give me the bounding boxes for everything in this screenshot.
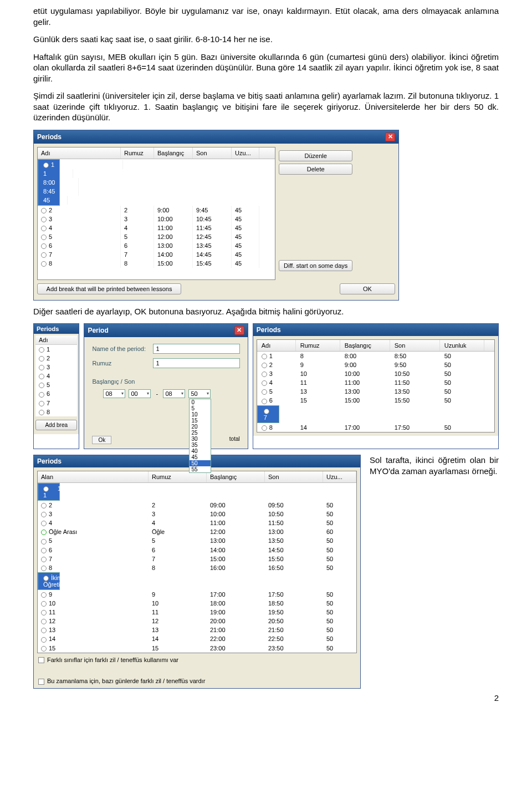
ok-label: Ok	[92, 436, 111, 444]
periods-narrow-list: Periods Adı 12345678 Add brea	[33, 323, 79, 449]
col-son: Son	[193, 147, 232, 159]
table-row[interactable]: 6613:0013:4545	[38, 241, 275, 250]
col-rumuz: Rumuz	[121, 147, 154, 159]
label-rumuz: Rumuz	[92, 360, 153, 367]
paragraph-1: etüt uygulaması yapılabiliyor. Böyle bir…	[33, 6, 499, 27]
table-row[interactable]: 81417:0017:5050	[257, 423, 494, 432]
col-baslangic: Başlangıç	[207, 471, 265, 482]
dropdown-option[interactable]: 50	[190, 460, 211, 466]
addbreak-button[interactable]: Add break that will be printed between l…	[37, 283, 181, 294]
list-item[interactable]: 1	[35, 345, 77, 354]
table-row[interactable]: 229:009:4545	[38, 206, 275, 215]
close-icon[interactable]: ✕	[385, 133, 395, 141]
ok-button[interactable]: OK	[340, 283, 395, 294]
table-row[interactable]: 7715:0015:5050	[38, 554, 356, 563]
chevron-down-icon: ▾	[121, 391, 124, 396]
table-row[interactable]: 188:008:5050	[257, 352, 494, 360]
col-rumuz: Rumuz	[296, 340, 340, 351]
table-row[interactable]: 5512:0012:4545	[38, 232, 275, 241]
end-min-select[interactable]: 50▾ 0510152025303540455055	[188, 389, 211, 398]
minute-dropdown[interactable]: 0510152025303540455055	[189, 399, 211, 473]
table-row[interactable]: 61515:0015:5050	[257, 396, 494, 405]
checkbox-icon[interactable]	[38, 679, 44, 685]
delete-button[interactable]: Delete	[279, 164, 352, 175]
close-icon[interactable]: ✕	[234, 326, 244, 335]
table-row[interactable]: 1108:0008:5050	[38, 483, 60, 501]
col-adi: Adı	[38, 147, 121, 159]
titlebar[interactable]: Period ✕	[84, 324, 247, 337]
dropdown-option[interactable]: 55	[190, 466, 211, 472]
table-row[interactable]: 121220:0020:5050	[38, 617, 356, 625]
col-son: Son	[390, 340, 440, 351]
table-row[interactable]: 131321:0021:5050	[38, 625, 356, 634]
paragraph-3: Haftalık gün sayısı, MEB okulları için 5…	[33, 52, 499, 84]
table-row[interactable]: 118:008:4545	[38, 159, 60, 206]
diffstart-button[interactable]: Diff. start on some days	[279, 260, 352, 271]
col-baslangic: Başlangıç	[340, 340, 390, 351]
periods-dialog-1: Periods ✕ Adı Rumuz Başlangıç Son Uzu...…	[33, 130, 399, 301]
table-row[interactable]: 31010:0010:5050	[257, 369, 494, 378]
dropdown-option[interactable]: 35	[190, 442, 211, 448]
paragraph-4: Şimdi zil saatlerini (üniversiteler için…	[33, 90, 499, 123]
col-baslangic: Başlangıç	[154, 147, 193, 159]
checkbox-row-1[interactable]: Farklı sınıflar için farklı zil / teneff…	[34, 653, 360, 667]
list-item[interactable]: 6	[35, 389, 77, 398]
dropdown-option[interactable]: 25	[190, 430, 211, 436]
dialog-title: Periods	[37, 325, 59, 332]
period-edit-dialog: Period ✕ Name of the period: 1 Rumuz 1 B…	[84, 323, 248, 449]
start-hour-select[interactable]: 08▾	[103, 389, 125, 398]
table-row[interactable]: 6614:0014:5050	[38, 546, 356, 554]
table-row[interactable]: 5513:0013:5050	[38, 536, 356, 545]
edit-button[interactable]: Düzenle	[279, 150, 352, 161]
table-row[interactable]: 3310:0010:4545	[38, 215, 275, 223]
periods-table[interactable]: Adı Rumuz Başlangıç Son Uzu... 118:008:4…	[37, 147, 275, 280]
table-row[interactable]: Öğle ArasıÖğle12:0013:0060	[38, 527, 356, 536]
table-row[interactable]: 2209:0009:5050	[38, 501, 356, 510]
list-item[interactable]: 8	[35, 408, 77, 416]
table-row[interactable]: 111119:0019:5050	[38, 608, 356, 617]
list-item[interactable]: 7	[35, 399, 77, 408]
rumuz-input[interactable]: 1	[153, 358, 239, 368]
aside-text: Sol tarafta, ikinci öğretim olan bir MYO…	[370, 455, 499, 476]
list-item[interactable]: 4	[35, 372, 77, 380]
dropdown-option[interactable]: 20	[190, 424, 211, 430]
dropdown-option[interactable]: 15	[190, 418, 211, 424]
table-row[interactable]: 8815:0015:4545	[38, 259, 275, 268]
addbreak-button-truncated[interactable]: Add brea	[35, 420, 77, 430]
table-row[interactable]: 299:009:5050	[257, 360, 494, 369]
titlebar[interactable]: Periods ✕	[34, 130, 398, 144]
name-input[interactable]: 1	[153, 344, 239, 354]
table-row[interactable]: İkinci ÖğretimİÖ17:0022:00300	[38, 572, 60, 590]
chevron-down-icon: ▾	[207, 391, 209, 396]
table-row[interactable]: 51313:0013:5050	[257, 387, 494, 396]
dropdown-option[interactable]: 5	[190, 405, 211, 411]
col-alan: Alan	[38, 471, 149, 482]
dropdown-option[interactable]: 10	[190, 411, 211, 418]
checkbox-icon[interactable]	[38, 657, 44, 663]
page-number: 2	[33, 693, 499, 703]
table-row[interactable]: 9917:0017:5050	[38, 590, 356, 599]
table-row[interactable]: 4411:0011:5050	[38, 518, 356, 527]
dropdown-option[interactable]: 30	[190, 436, 211, 442]
table-header: Adı Rumuz Başlangıç Son Uzunluk	[257, 340, 494, 352]
table-row[interactable]: 141422:0022:5050	[38, 634, 356, 643]
dropdown-option[interactable]: 45	[190, 454, 211, 460]
checkbox-row-2[interactable]: Bu zamanlama için, bazı günlerde farklı …	[34, 674, 360, 688]
table-row[interactable]: 7714:0014:4545	[38, 250, 275, 259]
list-item[interactable]: 3	[35, 363, 77, 372]
list-item[interactable]: 5	[35, 380, 77, 389]
table-row[interactable]: 151523:0023:5050	[38, 644, 356, 653]
table-row[interactable]: 8816:0016:5050	[38, 563, 356, 572]
col-uzunluk: Uzunluk	[440, 340, 484, 351]
table-row[interactable]: 4411:0011:4545	[38, 223, 275, 232]
list-item[interactable]: 2	[35, 354, 77, 363]
table-row[interactable]: 71616:0016:5050	[257, 405, 279, 423]
table-row[interactable]: 41111:0011:5050	[257, 378, 494, 387]
start-min-select[interactable]: 00▾	[129, 389, 151, 398]
table-row[interactable]: 101018:0018:5050	[38, 599, 356, 608]
table-row[interactable]: 3310:0010:5050	[38, 510, 356, 518]
end-hour-select[interactable]: 08▾	[163, 389, 185, 398]
label-basson: Başlangıç / Son	[92, 378, 153, 385]
dropdown-option[interactable]: 40	[190, 448, 211, 454]
dropdown-option[interactable]: 0	[190, 399, 211, 405]
